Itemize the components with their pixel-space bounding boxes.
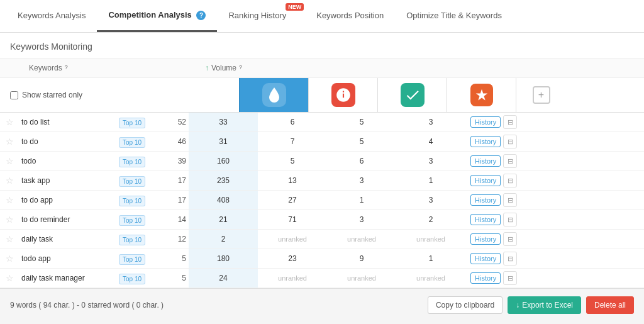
star-icon[interactable]: ☆: [0, 195, 19, 205]
copy-to-clipboard-button[interactable]: Copy to clipboard: [428, 296, 502, 314]
tab-competition-analysis[interactable]: Competition Analysis ?: [97, 0, 217, 32]
tab-keywords-analysis[interactable]: Keywords Analysis: [6, 1, 97, 32]
table-row: ☆ task app Top 10 17 235 13 3 1 History …: [0, 171, 644, 191]
show-starred-checkbox[interactable]: [10, 91, 18, 99]
star-icon[interactable]: ☆: [0, 215, 19, 225]
badge-cell: Top 10: [116, 193, 154, 208]
app-icon-4: [470, 84, 493, 106]
tab-ranking-history[interactable]: Ranking History NEW: [217, 1, 305, 32]
keyword-cell: daily task manager: [19, 269, 116, 288]
keyword-cell: todo app: [19, 249, 116, 268]
settings-button[interactable]: ⊟: [503, 213, 517, 226]
settings-button[interactable]: ⊟: [503, 252, 517, 265]
tabs-bar: Keywords Analysis Competition Analysis ?…: [0, 0, 644, 33]
star-icon[interactable]: ☆: [0, 254, 19, 264]
rank-cell-4: 3: [396, 152, 465, 170]
rank-cell-1: 21: [189, 210, 258, 229]
volume-cell: 5: [154, 269, 189, 288]
app-icon-2: [331, 83, 355, 107]
footer-buttons: Copy to clipboard ↓ Export to Excel Dele…: [428, 296, 634, 314]
tab-label: Keywords Analysis: [18, 11, 86, 20]
app-col-3[interactable]: [377, 78, 447, 112]
rank-cell-3: 5: [327, 113, 396, 131]
keywords-help-icon[interactable]: ?: [65, 64, 73, 72]
action-cell: History ⊟: [465, 249, 522, 268]
badge-cell: Top 10: [116, 271, 154, 286]
history-button[interactable]: History: [470, 175, 501, 186]
tab-label: Ranking History: [228, 11, 286, 20]
history-button[interactable]: History: [470, 194, 501, 206]
settings-button[interactable]: ⊟: [503, 135, 517, 148]
history-button[interactable]: History: [470, 253, 501, 264]
badge-cell: Top 10: [116, 154, 154, 169]
action-cell: History ⊟: [465, 113, 522, 131]
keyword-cell: todo: [19, 152, 116, 170]
delete-all-button[interactable]: Delete all: [586, 296, 634, 314]
top10-badge: Top 10: [119, 196, 145, 206]
badge-cell: Top 10: [116, 115, 154, 130]
settings-button[interactable]: ⊟: [503, 193, 517, 207]
history-button[interactable]: History: [470, 214, 501, 225]
app-col-4[interactable]: [447, 78, 516, 112]
rank-cell-3: 3: [327, 210, 396, 229]
volume-cell: 14: [154, 210, 189, 229]
footer-summary: 9 words ( 94 char. ) - 0 starred word ( …: [10, 301, 164, 310]
settings-button[interactable]: ⊟: [503, 232, 517, 246]
volume-help-icon[interactable]: ?: [239, 64, 247, 72]
badge-cell: Top 10: [116, 213, 154, 227]
volume-cell: 5: [154, 249, 189, 268]
action-cell: History ⊟: [465, 191, 522, 209]
volume-cell: 46: [154, 132, 189, 151]
rank-cell-3: 5: [327, 132, 396, 151]
footer-bar: 9 words ( 94 char. ) - 0 starred word ( …: [0, 288, 644, 321]
volume-cell: 17: [154, 191, 189, 209]
top10-badge: Top 10: [119, 235, 145, 245]
settings-button[interactable]: ⊟: [503, 174, 517, 187]
history-button[interactable]: History: [470, 136, 501, 147]
star-icon[interactable]: ☆: [0, 137, 19, 147]
star-icon[interactable]: ☆: [0, 117, 19, 127]
table-row: ☆ daily task Top 10 12 2 unranked unrank…: [0, 230, 644, 249]
history-button[interactable]: History: [470, 272, 501, 284]
star-icon[interactable]: ☆: [0, 273, 19, 283]
history-button[interactable]: History: [470, 233, 501, 245]
add-app-button[interactable]: +: [533, 86, 550, 104]
star-icon[interactable]: ☆: [0, 156, 19, 166]
settings-button[interactable]: ⊟: [503, 115, 517, 129]
star-icon[interactable]: ☆: [0, 176, 19, 186]
table-header: Keywords ? ↑ Volume ?: [0, 59, 644, 78]
section-title: Keywords Monitoring: [0, 33, 644, 59]
table-row: ☆ to do reminder Top 10 14 21 71 3 2 His…: [0, 210, 644, 230]
table-row: ☆ todo app Top 10 5 180 23 9 1 History ⊟: [0, 249, 644, 269]
tab-keywords-position[interactable]: Keywords Position: [305, 1, 395, 32]
add-app-col[interactable]: +: [516, 78, 566, 112]
tab-optimize-title[interactable]: Optimize Title & Keywords: [395, 1, 513, 32]
history-button[interactable]: History: [470, 116, 501, 128]
action-cell: History ⊟: [465, 171, 522, 190]
keyword-cell: to do app: [19, 191, 116, 209]
download-icon: ↓: [516, 301, 519, 310]
action-cell: History ⊟: [465, 152, 522, 170]
app-col-2[interactable]: [308, 78, 377, 112]
history-button[interactable]: History: [470, 155, 501, 167]
sort-arrow-icon[interactable]: ↑: [205, 64, 209, 72]
top10-badge: Top 10: [119, 157, 145, 167]
volume-header: ↑ Volume ?: [205, 64, 255, 72]
star-icon[interactable]: ☆: [0, 234, 19, 244]
action-cell: History ⊟: [465, 230, 522, 249]
settings-button[interactable]: ⊟: [503, 271, 517, 285]
rank-cell-3: 6: [327, 152, 396, 170]
tab-label: Competition Analysis: [108, 10, 191, 20]
badge-cell: Top 10: [116, 135, 154, 149]
app-col-1[interactable]: [239, 78, 308, 112]
action-cell: History ⊟: [465, 269, 522, 288]
settings-button[interactable]: ⊟: [503, 154, 517, 168]
volume-cell: 39: [154, 152, 189, 170]
badge-cell: Top 10: [116, 252, 154, 266]
rank-cell-4: 3: [396, 191, 465, 209]
export-to-excel-button[interactable]: ↓ Export to Excel: [508, 296, 581, 314]
help-icon[interactable]: ?: [196, 11, 206, 20]
table-row: ☆ to do app Top 10 17 408 27 1 3 History…: [0, 191, 644, 210]
rank-cell-4: 1: [396, 249, 465, 268]
rank-cell-2: 13: [258, 171, 327, 190]
